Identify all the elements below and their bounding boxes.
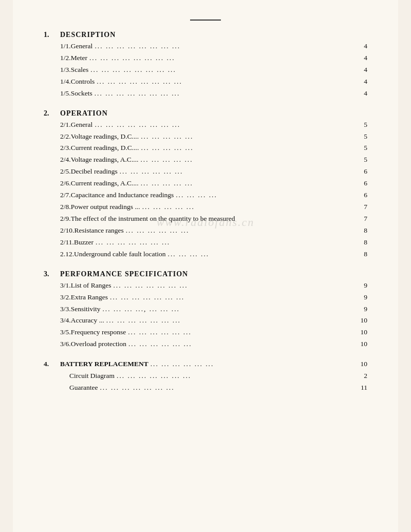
toc-item: 3/3. Sensitivity ... ... ... ..., ... ..… [44, 304, 367, 315]
toc-dots: ... ... ... ... ... ... ... ... [87, 53, 357, 64]
toc-dots: ... ... ... ... ... ... [118, 166, 357, 177]
toc-item: 1/3. Scales ... ... ... ... ... ... ... … [44, 65, 367, 75]
toc-item: 2/8. Power output readings ... ... ... .… [44, 202, 367, 213]
section-num: 1. [44, 31, 60, 39]
toc-page: 4 [357, 41, 367, 52]
toc-item-label: General [71, 41, 93, 52]
toc-item: 2.12. Underground cable fault location .… [44, 249, 367, 260]
toc-item-label: Underground cable fault location [74, 249, 166, 260]
toc-page: 5 [357, 131, 367, 142]
toc-dots: ... ... ... ... ... ... [148, 359, 357, 370]
toc-item: 3/4. Accuracy ... ... ... ... ... ... ..… [44, 315, 367, 326]
toc-item-num: 2/4. [44, 155, 71, 165]
section-header-2: 2.OPERATION [44, 109, 367, 118]
section-title: OPERATION [60, 109, 108, 118]
toc-item: 2/11. Buzzer ... ... ... ... ... ... ...… [44, 237, 367, 248]
toc-item-label: The effect of the instrument on the quan… [71, 214, 235, 224]
toc-dots: ... ... ... ... ... [138, 155, 357, 165]
toc-page: 4 [357, 53, 367, 64]
toc-dots: ... ... ... ... ... ... ... [111, 280, 357, 291]
toc-item-label: Current readings, A.C.... [71, 178, 139, 189]
toc-item-num: 2/2. [44, 131, 71, 142]
toc-page: 10 [357, 315, 367, 326]
toc-dots: ... ... ... ... ... ... ... [98, 383, 357, 393]
toc-item-label: Voltage readings, D.C.... [71, 131, 139, 142]
toc-page: 4 [357, 65, 367, 75]
toc-item-label: Guarantee [69, 383, 98, 393]
toc-page: 8 [357, 249, 367, 260]
toc-item-label: Voltage readings, A.C.... [71, 155, 139, 165]
toc-item-label: Decibel readings [71, 166, 118, 177]
toc-dots: ... ... ... ... ... [140, 202, 357, 213]
toc-item-num: 4. [44, 359, 60, 370]
toc-dots: ... ... ... ... ... ... ... ... [92, 120, 357, 130]
toc-item-num: 2/8. [44, 202, 71, 213]
toc-item-num: 2/5. [44, 166, 71, 177]
toc-page: 8 [357, 225, 367, 236]
toc-page: 6 [357, 166, 367, 177]
toc-page: 9 [357, 292, 367, 303]
toc-page: 10 [357, 327, 367, 338]
toc-item-label: Capacitance and Inductance readings [71, 190, 174, 201]
toc-bottom-item: Guarantee ... ... ... ... ... ... ... 11 [44, 383, 367, 393]
toc-item: 2/3. Current readings, D.C.... ... ... .… [44, 143, 367, 154]
section-num: 2. [44, 109, 60, 118]
toc-item-label: Sensitivity [71, 304, 101, 315]
toc-item-num: 2/7. [44, 190, 71, 201]
toc-dots: ... ... ... ... ... [139, 178, 357, 189]
toc-item-label: Frequency response [71, 327, 126, 338]
toc-item-num: 1/3. [44, 65, 71, 75]
toc-page: 7 [357, 202, 367, 213]
toc-item-num: 1/4. [44, 77, 71, 87]
toc-item-label: Buzzer [74, 237, 94, 248]
toc-dots: ... ... ... ... ... ... [124, 225, 357, 236]
toc-item-num: 2/6. [44, 178, 71, 189]
section-header-1: 1.DESCRIPTION [44, 31, 367, 39]
toc-page: 5 [357, 155, 367, 165]
toc-item-label: Meter [71, 53, 87, 64]
toc-item-label: Resistance ranges [74, 225, 123, 236]
toc-item-num: 1/5. [44, 88, 71, 99]
toc-item: 1/1. General ... ... ... ... ... ... ...… [44, 41, 367, 52]
toc-item-num: 3/1. [44, 280, 71, 291]
toc-item: 3/6. Overload protection ... ... ... ...… [44, 339, 367, 350]
toc-item: 1/5. Sockets ... ... ... ... ... ... ...… [44, 88, 367, 99]
toc-item-label: Circuit Diagram [69, 371, 115, 382]
toc-dots: ... ... ... ... ... ... ... [108, 292, 357, 303]
toc-page: 2 [357, 371, 367, 382]
section-title: DESCRIPTION [60, 31, 116, 39]
header [44, 20, 367, 21]
toc-item-num: 3/4. [44, 315, 71, 326]
toc-item-num: 2/1. [44, 120, 71, 130]
toc-bottom-item: 4. BATTERY REPLACEMENT ... ... ... ... .… [44, 359, 367, 370]
toc-dots: ... ... ... ... ... ... ... ... [88, 65, 357, 75]
toc-dots: ... ... ... ... ... ... ... [94, 237, 357, 248]
toc-item-num: 2/9. [44, 214, 71, 224]
toc-item-num: 3/5. [44, 327, 71, 338]
toc-item: 2/7. Capacitance and Inductance readings… [44, 190, 367, 201]
toc-dots: ... ... ... ... ... [139, 131, 357, 142]
toc-item-label: BATTERY REPLACEMENT [60, 359, 148, 370]
toc-item-num: 3/2. [44, 292, 71, 303]
toc-item: 1/4. Controls ... ... ... ... ... ... ..… [44, 77, 367, 87]
title-divider [190, 20, 221, 21]
toc-bottom-item: Circuit Diagram ... ... ... ... ... ... … [44, 371, 367, 382]
toc-dots: ... ... ... ... ... ... ... ... [92, 41, 357, 52]
toc-item-num: 3/3. [44, 304, 71, 315]
toc-item: 2/5. Decibel readings ... ... ... ... ..… [44, 166, 367, 177]
toc-page: 9 [357, 304, 367, 315]
toc-item-num: 1/1. [44, 41, 71, 52]
toc-page: 8 [357, 237, 367, 248]
toc-item-label: Sockets [71, 88, 92, 99]
toc-page: 5 [357, 120, 367, 130]
toc-page: 6 [357, 190, 367, 201]
toc-page: 10 [357, 359, 367, 370]
toc-item-label: General [71, 120, 93, 130]
toc-item: 3/5. Frequency response ... ... ... ... … [44, 327, 367, 338]
toc-item: 2/9. The effect of the instrument on the… [44, 214, 367, 224]
toc-item-label: Controls [71, 77, 95, 87]
toc-item: 3/2. Extra Ranges ... ... ... ... ... ..… [44, 292, 367, 303]
toc-item: 2/6. Current readings, A.C.... ... ... .… [44, 178, 367, 189]
page: 1.DESCRIPTION 1/1. General ... ... ... .… [13, 0, 398, 532]
toc-item-num: 2/10. [44, 225, 74, 236]
